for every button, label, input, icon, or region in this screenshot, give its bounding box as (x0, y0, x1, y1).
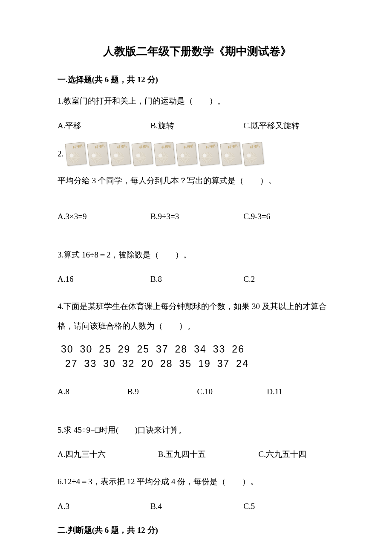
data-cell: 25 (99, 342, 112, 356)
q3-option-b: B.8 (150, 270, 243, 288)
q4-option-b: B.9 (127, 383, 197, 401)
q2-option-c: C.9-3=6 (243, 208, 336, 225)
page-title: 人教版二年级下册数学《期中测试卷》 (58, 43, 337, 61)
section-2-heading: 二.判断题(共 6 题，共 12 分) (58, 524, 337, 537)
q2-books-row: 2. 科技书 科技书 科技书 科技书 科技书 科技书 科技书 科技书 科技书 (58, 143, 337, 165)
q3-option-a: A.16 (58, 270, 150, 288)
q4-row-2: 27 33 30 32 20 28 35 19 37 24 (65, 357, 337, 371)
q6-option-b: B.4 (150, 497, 243, 515)
data-cell: 34 (194, 342, 207, 356)
q4-text: 4.下面是某班学生在体育课上每分钟颠球的个数，如果 30 及其以上的才算合格，请… (58, 297, 337, 335)
data-cell: 25 (137, 342, 150, 356)
q5-option-a: A.四九三十六 (58, 445, 158, 463)
data-cell: 33 (84, 357, 97, 371)
data-cell: 20 (141, 357, 154, 371)
data-cell: 37 (217, 357, 230, 371)
q6-option-a: A.3 (58, 497, 150, 515)
data-cell: 24 (236, 357, 249, 371)
q6-options: A.3 B.4 C.5 (58, 497, 337, 515)
data-cell: 30 (80, 342, 93, 356)
q5-option-b: B.五九四十五 (158, 445, 259, 463)
data-cell: 19 (198, 357, 211, 371)
q4-data-grid: 30 30 25 29 25 37 28 34 33 26 27 33 30 3… (61, 342, 337, 371)
book-icon: 科技书 (176, 142, 198, 166)
book-icon: 科技书 (198, 142, 220, 166)
data-cell: 30 (103, 357, 116, 371)
book-icon: 科技书 (220, 142, 242, 166)
q6-option-c: C.5 (243, 497, 336, 515)
data-cell: 29 (118, 342, 131, 356)
q1-options: A.平移 B.旋转 C.既平移又旋转 (58, 117, 337, 135)
q2-option-a: A.3×3=9 (58, 208, 150, 225)
q4-option-a: A.8 (58, 383, 127, 401)
book-icon: 科技书 (110, 142, 131, 166)
data-cell: 37 (156, 342, 169, 356)
book-icon: 科技书 (65, 142, 87, 166)
data-cell: 28 (160, 357, 173, 371)
book-icon: 科技书 (154, 142, 176, 166)
q4-option-d: D.11 (267, 383, 337, 401)
q1-text: 1.教室门的打开和关上，门的运动是（ ）。 (58, 91, 337, 111)
q4-options: A.8 B.9 C.10 D.11 (58, 383, 337, 401)
data-cell: 30 (61, 342, 74, 356)
q3-text: 3.算式 16÷8＝2，被除数是（ ）。 (58, 245, 337, 265)
q3-options: A.16 B.8 C.2 (58, 270, 337, 288)
q5-options: A.四九三十六 B.五九四十五 C.六九五十四 (58, 445, 337, 463)
data-cell: 28 (175, 342, 188, 356)
data-cell: 27 (65, 357, 78, 371)
q1-option-c: C.既平移又旋转 (243, 117, 336, 135)
book-icon: 科技书 (242, 142, 264, 166)
q2-option-b: B.9÷3=3 (150, 208, 243, 225)
q6-text: 6.12÷4＝3，表示把 12 平均分成 4 份，每份是（ ）。 (58, 472, 337, 491)
q1-option-a: A.平移 (58, 117, 150, 135)
q2-options: A.3×3=9 B.9÷3=3 C.9-3=6 (58, 208, 337, 225)
section-1-heading: 一.选择题(共 6 题，共 12 分) (58, 73, 337, 86)
q5-text: 5.求 45÷9=□时用( )口诀来计算。 (58, 420, 337, 440)
data-cell: 33 (213, 342, 226, 356)
q4-option-c: C.10 (197, 383, 267, 401)
q1-option-b: B.旋转 (150, 117, 243, 135)
book-icon: 科技书 (87, 142, 109, 166)
q2-text: 平均分给 3 个同学，每人分到几本？写出的算式是（ ）。 (58, 171, 337, 191)
q2-prefix: 2. (58, 147, 63, 160)
data-cell: 35 (179, 357, 192, 371)
data-cell: 32 (122, 357, 135, 371)
q5-option-c: C.六九五十四 (259, 445, 337, 463)
data-cell: 26 (232, 342, 245, 356)
book-icon: 科技书 (132, 142, 153, 166)
q3-option-c: C.2 (243, 270, 336, 288)
q4-row-1: 30 30 25 29 25 37 28 34 33 26 (61, 342, 337, 356)
